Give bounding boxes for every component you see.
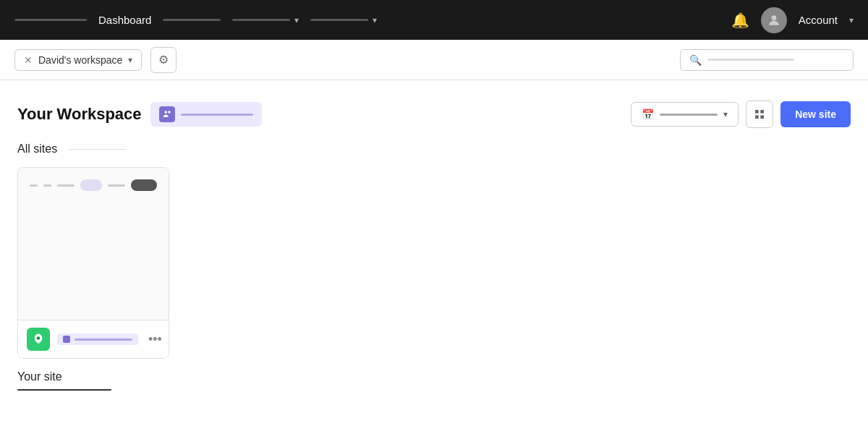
new-site-button[interactable]: New site	[780, 101, 851, 127]
workspace-selector[interactable]: ✕ David's workspace ▾	[14, 49, 142, 71]
top-navigation: Dashboard ▾ ▾ 🔔 Account ▾	[0, 0, 868, 40]
workspace-title: Your Workspace	[17, 105, 142, 124]
your-site-underline	[17, 389, 111, 391]
site-card[interactable]: •••	[17, 167, 169, 359]
site-info	[57, 333, 138, 345]
sort-label-bar	[660, 114, 718, 116]
workspace-chevron-icon: ▾	[128, 55, 132, 65]
nav-bar-1	[163, 19, 221, 21]
view-toggle-button[interactable]	[746, 101, 773, 128]
nav-dashboard[interactable]: Dashboard	[98, 14, 151, 26]
sub-navigation: ✕ David's workspace ▾ ⚙ 🔍	[0, 40, 868, 80]
svg-point-2	[168, 111, 171, 114]
svg-point-1	[164, 111, 167, 114]
your-site-label: Your site	[17, 370, 851, 383]
site-favicon	[27, 328, 50, 351]
svg-point-7	[37, 336, 41, 340]
workspace-badge	[150, 102, 262, 127]
nav-item-3[interactable]: ▾	[310, 15, 377, 25]
preview-bar	[108, 184, 125, 187]
chevron-icon-2: ▾	[373, 15, 377, 25]
nav-right-section: 🔔 Account ▾	[731, 7, 854, 33]
account-chevron-icon: ▾	[849, 15, 854, 25]
preview-row-1	[30, 179, 157, 191]
workspace-title-row: Your Workspace	[17, 102, 262, 127]
search-icon: 🔍	[689, 54, 702, 66]
nav-bar-2	[232, 19, 290, 21]
your-site-section: Your site	[17, 370, 851, 391]
search-box[interactable]: 🔍	[680, 49, 854, 71]
preview-pill-dark	[131, 179, 157, 191]
avatar[interactable]	[761, 7, 787, 33]
preview-bar	[30, 184, 38, 187]
svg-rect-5	[755, 115, 759, 119]
account-label[interactable]: Account	[799, 14, 838, 26]
sort-button[interactable]: 📅 ▾	[631, 102, 739, 127]
all-sites-row: All sites	[17, 142, 851, 156]
site-info-badge	[57, 333, 138, 345]
search-placeholder	[707, 59, 794, 61]
calendar-icon: 📅	[642, 109, 654, 120]
site-card-footer: •••	[18, 320, 169, 358]
close-icon: ✕	[24, 54, 33, 66]
all-sites-label: All sites	[17, 142, 57, 156]
nav-logo	[14, 19, 87, 21]
gear-icon: ⚙	[158, 53, 169, 67]
notifications-icon[interactable]: 🔔	[731, 12, 749, 29]
svg-rect-3	[755, 110, 759, 114]
nav-item-2[interactable]: ▾	[232, 15, 299, 25]
badge-text-bar	[181, 114, 253, 116]
nav-dashboard-label: Dashboard	[98, 14, 151, 26]
team-icon	[159, 106, 175, 122]
svg-rect-6	[761, 115, 765, 119]
badge-icon	[63, 336, 70, 343]
main-content: Your Workspace 📅 ▾	[0, 80, 868, 434]
preview-pill	[80, 179, 102, 191]
settings-button[interactable]: ⚙	[150, 47, 176, 73]
workspace-header: Your Workspace 📅 ▾	[17, 101, 851, 128]
svg-rect-4	[761, 110, 765, 114]
all-sites-divider	[69, 149, 127, 150]
site-info-bar	[75, 339, 132, 341]
site-card-preview	[18, 168, 169, 320]
site-more-button[interactable]: •••	[145, 329, 165, 350]
preview-bar	[43, 184, 51, 187]
workspace-actions: 📅 ▾ New site	[631, 101, 851, 128]
preview-bar	[57, 184, 75, 187]
sort-chevron-icon: ▾	[723, 109, 728, 119]
nav-bar-3	[310, 19, 368, 21]
svg-point-0	[771, 15, 776, 20]
workspace-label: David's workspace	[38, 54, 122, 66]
chevron-icon-1: ▾	[294, 15, 299, 25]
